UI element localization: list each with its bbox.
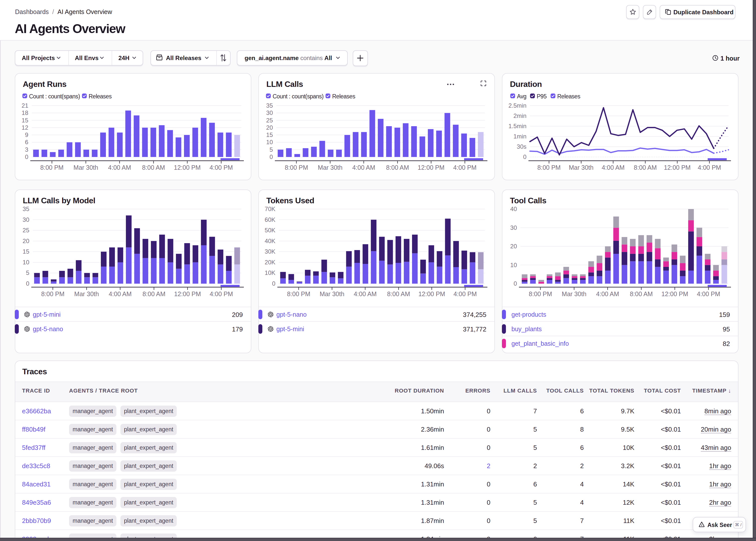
svg-text:0: 0: [272, 280, 275, 287]
svg-text:40: 40: [510, 206, 517, 212]
svg-text:30: 30: [510, 224, 517, 231]
svg-text:8:00 PM: 8:00 PM: [529, 290, 552, 297]
svg-text:0: 0: [270, 154, 273, 160]
svg-text:35: 35: [23, 206, 29, 212]
svg-text:4:00 AM: 4:00 AM: [352, 164, 375, 171]
svg-text:4:00 AM: 4:00 AM: [596, 290, 619, 297]
svg-text:4:00 PM: 4:00 PM: [209, 290, 233, 297]
svg-text:9: 9: [25, 132, 28, 138]
svg-text:4:00 PM: 4:00 PM: [698, 164, 721, 171]
svg-text:0: 0: [26, 280, 29, 287]
svg-text:8:00 AM: 8:00 AM: [142, 164, 165, 171]
svg-text:30K: 30K: [264, 248, 275, 255]
svg-text:15: 15: [23, 248, 29, 255]
svg-text:8:00 PM: 8:00 PM: [287, 290, 310, 297]
svg-text:12:00 PM: 12:00 PM: [174, 164, 201, 171]
svg-text:30s: 30s: [517, 143, 527, 150]
svg-text:Mar 30th: Mar 30th: [318, 164, 343, 171]
svg-text:8:00 AM: 8:00 AM: [630, 290, 653, 297]
svg-text:4:00 PM: 4:00 PM: [453, 164, 476, 171]
svg-text:10: 10: [23, 259, 29, 266]
svg-text:21: 21: [22, 102, 28, 109]
svg-text:20: 20: [266, 124, 273, 131]
svg-text:10: 10: [510, 262, 517, 269]
svg-text:20: 20: [510, 243, 517, 250]
svg-text:4:00 PM: 4:00 PM: [209, 164, 233, 171]
svg-text:8:00 PM: 8:00 PM: [40, 164, 64, 171]
svg-text:4:00 PM: 4:00 PM: [697, 290, 720, 297]
svg-text:35: 35: [266, 102, 273, 109]
svg-text:10K: 10K: [264, 270, 275, 276]
svg-text:12:00 PM: 12:00 PM: [418, 290, 445, 297]
svg-text:4:00 PM: 4:00 PM: [453, 290, 477, 297]
svg-text:30: 30: [266, 109, 273, 116]
svg-text:20: 20: [23, 238, 29, 244]
svg-text:12:00 PM: 12:00 PM: [661, 290, 688, 297]
svg-text:15: 15: [22, 117, 28, 124]
svg-text:18: 18: [22, 109, 28, 116]
svg-text:Mar 30th: Mar 30th: [562, 290, 586, 297]
svg-text:4:00 AM: 4:00 AM: [109, 290, 132, 297]
svg-text:0: 0: [523, 154, 527, 160]
svg-text:Mar 30th: Mar 30th: [74, 164, 98, 171]
svg-text:25: 25: [23, 227, 29, 234]
svg-text:20K: 20K: [264, 259, 275, 266]
svg-text:0: 0: [514, 280, 517, 287]
svg-text:3: 3: [25, 146, 28, 153]
svg-text:8:00 PM: 8:00 PM: [41, 290, 64, 297]
svg-text:8:00 PM: 8:00 PM: [285, 164, 308, 171]
svg-text:30: 30: [23, 216, 29, 223]
svg-text:12:00 PM: 12:00 PM: [174, 290, 201, 297]
svg-text:Mar 30th: Mar 30th: [569, 164, 593, 171]
svg-text:25: 25: [266, 117, 273, 124]
svg-text:70K: 70K: [264, 206, 275, 212]
svg-text:5: 5: [26, 270, 29, 276]
svg-text:Mar 30th: Mar 30th: [74, 290, 99, 297]
svg-text:2.5min: 2.5min: [509, 102, 527, 109]
svg-text:4:00 AM: 4:00 AM: [108, 164, 131, 171]
svg-text:1.5min: 1.5min: [509, 123, 527, 130]
svg-text:Mar 30th: Mar 30th: [320, 290, 344, 297]
svg-text:6: 6: [25, 139, 28, 146]
svg-text:1min: 1min: [514, 133, 527, 140]
svg-text:15: 15: [266, 132, 273, 138]
svg-text:0: 0: [25, 154, 28, 160]
svg-text:50K: 50K: [264, 227, 275, 234]
svg-text:2min: 2min: [514, 112, 527, 119]
svg-text:8:00 AM: 8:00 AM: [143, 290, 166, 297]
svg-text:10: 10: [266, 139, 273, 146]
svg-text:8:00 PM: 8:00 PM: [538, 164, 561, 171]
svg-text:4:00 AM: 4:00 AM: [601, 164, 624, 171]
svg-text:40K: 40K: [264, 238, 275, 244]
svg-text:12:00 PM: 12:00 PM: [418, 164, 445, 171]
svg-text:12: 12: [22, 124, 28, 131]
svg-text:5: 5: [270, 146, 273, 153]
svg-text:8:00 AM: 8:00 AM: [387, 290, 410, 297]
svg-text:8:00 AM: 8:00 AM: [386, 164, 409, 171]
svg-text:4:00 AM: 4:00 AM: [354, 290, 377, 297]
svg-text:60K: 60K: [264, 216, 275, 223]
svg-text:12:00 PM: 12:00 PM: [664, 164, 691, 171]
svg-text:8:00 AM: 8:00 AM: [634, 164, 657, 171]
